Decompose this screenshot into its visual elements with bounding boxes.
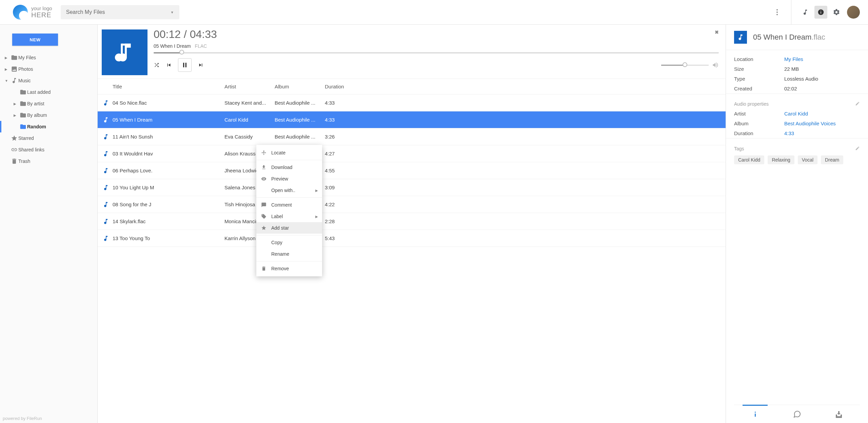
ctx-add-star[interactable]: Add star	[256, 222, 322, 234]
table-row[interactable]: 05 When I DreamCarol KiddBest Audiophile…	[98, 111, 726, 128]
player-close-icon[interactable]: ✖	[715, 29, 719, 35]
edit-tags-icon[interactable]	[855, 146, 860, 151]
details-tab-comments[interactable]	[776, 405, 818, 423]
album-art	[102, 29, 147, 75]
cell-duration: 5:43	[325, 235, 355, 241]
header-album[interactable]: Album	[275, 84, 325, 89]
svg-rect-5	[821, 10, 821, 11]
next-button[interactable]	[198, 62, 204, 68]
detail-row: Duration4:33	[734, 128, 860, 138]
ctx-comment[interactable]: Comment	[256, 199, 322, 211]
sidebar-item-label: By artist	[27, 101, 44, 106]
detail-row: LocationMy Files	[734, 54, 860, 64]
volume-slider[interactable]	[661, 65, 709, 66]
volume-icon[interactable]	[712, 62, 719, 68]
tag[interactable]: Vocal	[798, 155, 817, 164]
sidebar-item-label: Shared links	[18, 147, 44, 152]
ctx-download[interactable]: Download	[256, 162, 322, 173]
cell-artist: Eva Cassidy	[224, 134, 275, 140]
user-avatar[interactable]	[847, 6, 860, 19]
music-panel-icon[interactable]	[799, 6, 812, 19]
chevron-icon[interactable]: ▶	[14, 102, 20, 106]
chevron-icon[interactable]: ▼	[5, 79, 11, 83]
table-row[interactable]: 11 Ain't No SunshEva CassidyBest Audioph…	[98, 128, 726, 145]
ctx-preview[interactable]: Preview	[256, 173, 322, 185]
detail-value[interactable]: 4:33	[784, 130, 794, 136]
trash-icon	[11, 158, 18, 165]
cell-duration: 4:33	[325, 117, 355, 123]
ctx-copy[interactable]: Copy	[256, 237, 322, 248]
new-button[interactable]: NEW	[12, 34, 58, 46]
chevron-icon[interactable]: ▶	[5, 56, 11, 60]
detail-value[interactable]: My Files	[784, 56, 803, 62]
detail-value[interactable]: Carol Kidd	[784, 111, 808, 117]
header-title[interactable]: Title	[113, 84, 224, 89]
details-file-icon	[734, 31, 747, 44]
main-content: ✖ 00:12 / 04:33 05 When I Dream FLAC	[98, 25, 726, 423]
detail-value[interactable]: Best Audiophile Voices	[784, 121, 836, 126]
sidebar-item-my-files[interactable]: ▶My Files	[0, 52, 97, 63]
ctx-label[interactable]: Label▶	[256, 211, 322, 222]
prev-button[interactable]	[166, 62, 172, 68]
sidebar-item-last-added[interactable]: Last added	[0, 86, 97, 98]
table-row[interactable]: 08 Song for the JTish HinojosaBest Audio…	[98, 196, 726, 213]
detail-value: 02:02	[784, 86, 797, 91]
ctx-locate[interactable]: Locate	[256, 147, 322, 158]
ctx-rename[interactable]: Rename	[256, 248, 322, 260]
header-duration[interactable]: Duration	[325, 84, 355, 89]
search-dropdown-icon[interactable]: ▼	[171, 10, 174, 14]
cell-duration: 2:28	[325, 218, 355, 224]
cell-title: 13 Too Young To	[113, 235, 224, 241]
svg-point-2	[776, 14, 778, 15]
edit-audio-icon[interactable]	[855, 101, 860, 106]
table-row[interactable]: 13 Too Young ToKarrin AllysonBest Audiop…	[98, 230, 726, 247]
detail-label: Type	[734, 76, 784, 82]
table-row[interactable]: 04 So Nice.flacStacey Kent and...Best Au…	[98, 94, 726, 111]
sidebar-item-music[interactable]: ▼Music	[0, 75, 97, 86]
table-row[interactable]: 06 Perhaps Love.Jheena LodwickBest Audio…	[98, 162, 726, 179]
detail-label: Created	[734, 86, 784, 91]
search-input[interactable]	[66, 9, 171, 15]
sidebar-item-shared-links[interactable]: Shared links	[0, 144, 97, 155]
ctx-label: Open with..	[271, 188, 295, 193]
sidebar-item-random[interactable]: Random	[0, 121, 97, 132]
tag[interactable]: Carol Kidd	[734, 155, 764, 164]
header-artist[interactable]: Artist	[224, 84, 275, 89]
cell-duration: 4:22	[325, 202, 355, 207]
chevron-icon[interactable]: ▶	[14, 113, 20, 117]
shuffle-button[interactable]	[154, 62, 160, 68]
table-row[interactable]: 10 You Light Up MSalena JonesBest Audiop…	[98, 179, 726, 196]
sidebar-item-trash[interactable]: Trash	[0, 155, 97, 167]
settings-icon[interactable]	[830, 6, 843, 19]
chevron-icon[interactable]: ▶	[5, 67, 11, 71]
more-icon[interactable]	[771, 6, 784, 19]
ctx-label: Label	[271, 214, 283, 219]
table-row[interactable]: 03 It Wouldnt HavAlison KraussBest Audio…	[98, 145, 726, 162]
ctx-label: Remove	[271, 266, 289, 271]
sidebar-item-photos[interactable]: ▶Photos	[0, 63, 97, 75]
table-row[interactable]: 14 Skylark.flacMonica ManciniBest Audiop…	[98, 213, 726, 230]
sidebar-item-starred[interactable]: Starred	[0, 132, 97, 144]
details-tab-info[interactable]	[734, 405, 776, 423]
details-tab-download[interactable]	[818, 405, 860, 423]
folder-icon	[20, 100, 27, 107]
progress-bar[interactable]	[154, 52, 719, 54]
detail-value: Lossless Audio	[784, 76, 818, 82]
tag[interactable]: Relaxing	[768, 155, 794, 164]
details-title: 05 When I Dream.flac	[753, 33, 825, 42]
pause-button[interactable]	[178, 58, 192, 72]
tag[interactable]: Dream	[821, 155, 843, 164]
sidebar-item-by-artist[interactable]: ▶By artist	[0, 98, 97, 109]
svg-rect-7	[755, 411, 756, 413]
tags-section: Tags	[734, 143, 860, 153]
ctx-open-with-[interactable]: Open with..▶	[256, 185, 322, 196]
ctx-remove[interactable]: Remove	[256, 263, 322, 274]
download-icon	[261, 165, 271, 170]
cell-duration: 4:33	[325, 100, 355, 106]
detail-label: Duration	[734, 130, 784, 136]
sidebar-item-by-album[interactable]: ▶By album	[0, 109, 97, 121]
search-box[interactable]: ▼	[61, 5, 179, 19]
info-panel-icon[interactable]	[814, 6, 827, 19]
cell-album: Best Audiophile ...	[275, 117, 325, 123]
logo[interactable]: your logo HERE	[0, 5, 61, 20]
